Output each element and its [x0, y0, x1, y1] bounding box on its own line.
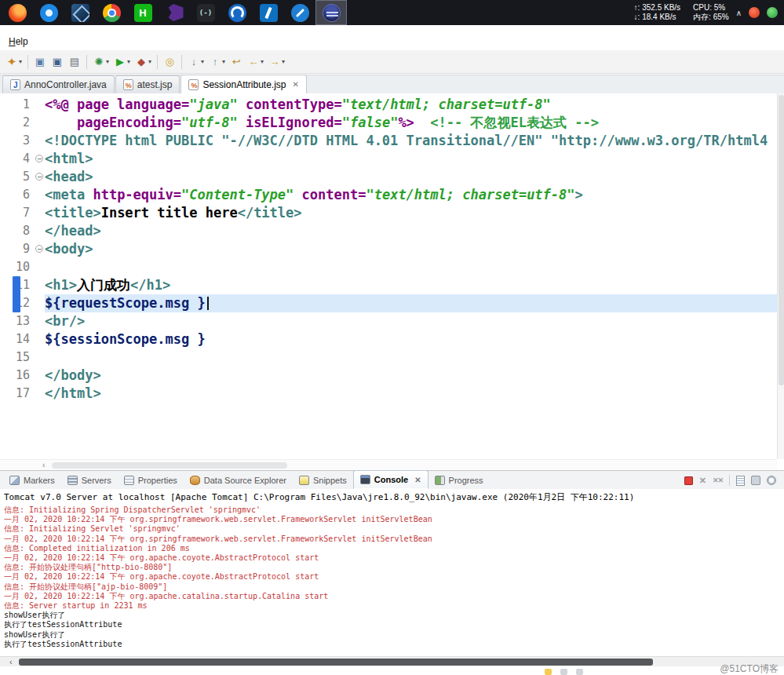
- code-token: contentType=: [238, 97, 342, 112]
- console-line: 一月 02, 2020 10:22:14 下午 org.springframew…: [0, 515, 784, 524]
- editor-vscroll-thumb[interactable]: [779, 95, 784, 385]
- system-tray: ↑: 352.5 KB/s CPU: 5% ↓: 18.4 KB/s 内存: 6…: [634, 4, 784, 21]
- fold-collapse-icon[interactable]: [35, 173, 43, 181]
- code-line-1[interactable]: 1<%@ page language="java" contentType="t…: [0, 96, 777, 114]
- fold-collapse-icon[interactable]: [35, 245, 43, 253]
- fold-column: [35, 312, 45, 330]
- console-line: 信息: Initializing Spring DispatcherServle…: [0, 505, 784, 515]
- fold-collapse-icon[interactable]: [35, 155, 43, 162]
- taskbar-app-vscode-icon[interactable]: [253, 0, 284, 25]
- console-view[interactable]: Tomcat v7.0 Server at localhost [Apache …: [0, 489, 784, 656]
- taskbar-icons: H(-): [0, 0, 347, 25]
- close-icon[interactable]: ✕: [293, 80, 299, 89]
- view-tab-properties[interactable]: Properties: [118, 471, 184, 489]
- taskbar-app-designer-icon[interactable]: [284, 0, 315, 25]
- new-wizard-button[interactable]: ✦▾: [3, 53, 24, 71]
- last-edit-location-button[interactable]: ↩: [228, 53, 245, 71]
- taskbar-app-vs-dark-icon[interactable]: [64, 0, 96, 25]
- terminate-button[interactable]: [684, 476, 693, 485]
- prev-annotation-button[interactable]: ↑▾: [206, 53, 228, 71]
- code-line-16[interactable]: 16</body>: [0, 367, 777, 385]
- search-button[interactable]: ◎: [161, 53, 178, 71]
- debug-button[interactable]: ✺▾: [90, 53, 111, 71]
- taskbar-app-hbuilder-icon[interactable]: H: [127, 0, 159, 25]
- remove-launch-button[interactable]: ✕: [699, 476, 706, 485]
- editor-hscroll-thumb[interactable]: [52, 462, 287, 469]
- clear-console-button[interactable]: [736, 476, 745, 486]
- taskbar-app-terminal-icon[interactable]: (-): [190, 0, 221, 25]
- taskbar-app-chrome-icon[interactable]: [96, 0, 127, 25]
- console-line: 信息: 开始协议处理句柄["http-bio-8080"]: [0, 563, 784, 572]
- code-line-11[interactable]: 11<h1>入门成功</h1>: [0, 276, 777, 294]
- editor-tab[interactable]: atest.jsp: [115, 75, 181, 93]
- view-tab-servers[interactable]: Servers: [61, 471, 118, 489]
- taskbar-app-eclipse-icon[interactable]: [315, 0, 347, 25]
- code-line-5[interactable]: 5<head>: [0, 168, 777, 186]
- view-tab-markers[interactable]: Markers: [3, 471, 61, 489]
- code-line-3[interactable]: 3<!DOCTYPE html PUBLIC "-//W3C//DTD HTML…: [0, 132, 777, 150]
- code-line-4[interactable]: 4<html>: [0, 150, 777, 168]
- view-tab-dse[interactable]: Data Source Explorer: [184, 471, 293, 489]
- run-button[interactable]: ▶▾: [111, 53, 133, 71]
- view-tab-label: Console: [374, 475, 408, 484]
- taskbar-app-vs-purple-icon[interactable]: [159, 0, 190, 25]
- taskbar-app-qq-browser-icon[interactable]: [33, 0, 64, 25]
- code-text: </html>: [45, 385, 777, 403]
- code-line-14[interactable]: 14${sessionScope.msg }: [0, 330, 777, 348]
- editor[interactable]: 1<%@ page language="java" contentType="t…: [0, 93, 777, 459]
- code-token: "text/html; charset=utf-8": [342, 97, 551, 112]
- code-line-6[interactable]: 6<meta http-equiv="Content-Type" content…: [0, 186, 777, 204]
- taskbar-app-blue-app-icon[interactable]: [221, 0, 253, 25]
- jsp-file-icon: [188, 79, 199, 90]
- tray-chevron-up-icon[interactable]: ∧: [736, 9, 742, 17]
- code-line-8[interactable]: 8</head>: [0, 222, 777, 240]
- save-button[interactable]: ▣: [31, 53, 49, 71]
- taskbar-app-360-icon[interactable]: [2, 0, 33, 25]
- console-line: showUser执行了: [0, 611, 784, 620]
- code-text: </head>: [45, 222, 777, 240]
- remove-all-launches-button[interactable]: ✕✕: [713, 476, 723, 485]
- screen: H(-) ↑: 352.5 KB/s CPU: 5% ↓: 18.4 KB/s …: [0, 0, 784, 675]
- code-token: ${requestScope.msg }: [45, 295, 206, 311]
- back-button[interactable]: ←▾: [245, 53, 266, 71]
- editor-tab[interactable]: SessionAttribute.jsp✕: [181, 75, 306, 93]
- print-button[interactable]: ▤: [66, 53, 83, 71]
- external-tools-button[interactable]: ◆▾: [133, 53, 154, 71]
- fold-column: [35, 367, 45, 385]
- view-tab-label: Servers: [82, 476, 111, 485]
- scroll-left-arrow-icon[interactable]: ‹: [42, 460, 46, 470]
- console-line: 执行了testSessionAttribute: [0, 640, 784, 649]
- fold-column: [35, 132, 45, 150]
- next-annotation-button[interactable]: ↓▾: [185, 53, 206, 71]
- pin-console-button[interactable]: [767, 476, 776, 485]
- editor-horizontal-scrollbar[interactable]: ‹: [0, 459, 777, 470]
- editor-vertical-scrollbar[interactable]: [777, 93, 784, 459]
- code-line-12[interactable]: 12${requestScope.msg }: [0, 294, 777, 312]
- save-all-button[interactable]: ▣: [49, 53, 66, 71]
- code-text: <body>: [45, 240, 777, 258]
- console-hscroll-thumb[interactable]: [19, 659, 653, 666]
- code-line-15[interactable]: 15: [0, 348, 777, 367]
- line-number: 3: [0, 132, 35, 150]
- code-line-7[interactable]: 7<title>Insert title here</title>: [0, 204, 777, 222]
- editor-tab[interactable]: AnnoController.java: [2, 75, 115, 93]
- code-line-13[interactable]: 13<br/>: [0, 312, 777, 330]
- view-tab-progress[interactable]: Progress: [428, 471, 490, 489]
- code-line-9[interactable]: 9<body>: [0, 240, 777, 258]
- close-icon[interactable]: ✕: [414, 476, 421, 484]
- menu-help[interactable]: Help: [5, 35, 31, 48]
- tray-green-status-icon[interactable]: [767, 7, 778, 18]
- code-line-10[interactable]: 10: [0, 258, 777, 276]
- console-lines: 信息: Initializing Spring DispatcherServle…: [0, 505, 784, 649]
- scroll-lock-button[interactable]: [751, 476, 760, 485]
- console-horizontal-scrollbar[interactable]: ‹: [0, 656, 784, 666]
- forward-button[interactable]: →▾: [266, 53, 287, 71]
- code-line-2[interactable]: 2 pageEncoding="utf-8" isELIgnored="fals…: [0, 114, 777, 132]
- tray-security-icon[interactable]: [749, 7, 760, 18]
- console-scroll-left-arrow-icon[interactable]: ‹: [9, 657, 13, 666]
- code-token: <h1>: [45, 277, 77, 293]
- view-tab-console[interactable]: Console✕: [353, 470, 428, 489]
- code-line-17[interactable]: 17</html>: [0, 385, 777, 403]
- app-blue-app-icon: [228, 4, 246, 22]
- view-tab-snippets[interactable]: Snippets: [293, 471, 353, 489]
